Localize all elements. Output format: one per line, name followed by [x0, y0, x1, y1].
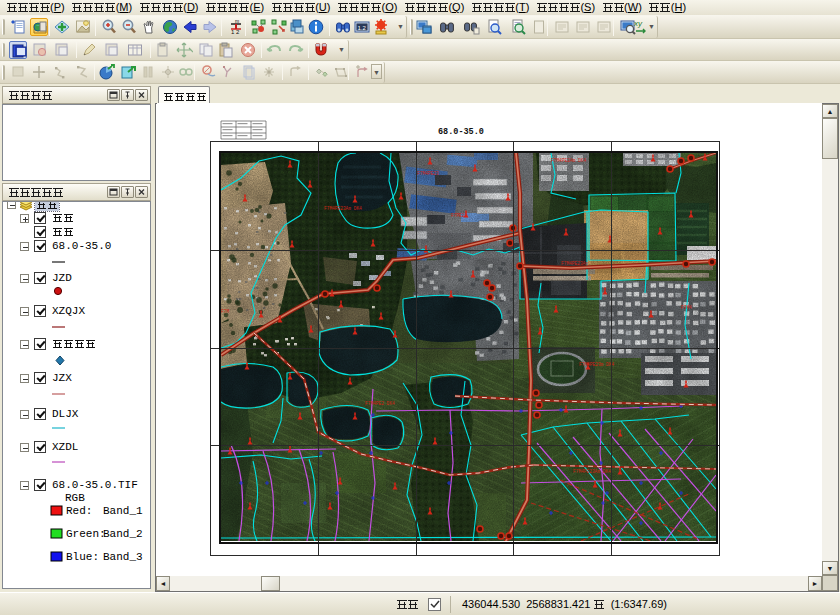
- svg-text:m: m: [235, 18, 239, 24]
- svg-text:F7M4PE2 DK4: F7M4PE2 DK4: [365, 401, 395, 406]
- svg-text:F7M4PE23m DK4: F7M4PE23m DK4: [579, 362, 614, 367]
- svg-text:F7M4: F7M4: [681, 305, 692, 310]
- svg-text:F7M4PE2Am DK4: F7M4PE2Am DK4: [551, 158, 586, 163]
- svg-text:F7PE23: F7PE23: [451, 213, 468, 218]
- svg-text:F7M4PE23Am: F7M4PE23Am: [561, 261, 588, 266]
- svg-text:F7M: F7M: [221, 309, 229, 314]
- svg-text:xy: xy: [633, 19, 643, 28]
- svg-text:1.2: 1.2: [357, 25, 366, 31]
- svg-text:F7M4PE23Am DK4: F7M4PE23Am DK4: [573, 469, 611, 474]
- svg-text:F7M4PE23Am DK4: F7M4PE23Am DK4: [324, 206, 362, 211]
- svg-text:F7M4PE23: F7M4PE23: [417, 171, 439, 176]
- svg-text:68.0-35.0: 68.0-35.0: [438, 127, 484, 137]
- svg-text:1 2: 1 2: [231, 29, 240, 35]
